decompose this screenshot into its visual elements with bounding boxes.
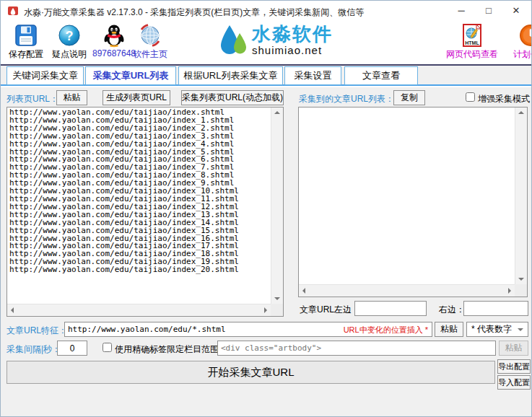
- enhanced-mode-checkbox[interactable]: [466, 92, 475, 102]
- save-config-button[interactable]: 保存配置: [5, 23, 47, 61]
- article-url-pattern-input[interactable]: [64, 322, 432, 337]
- tab-content: 列表页URL： 粘贴 生成列表页URL 采集列表页URL(动态加载) 采集到的文…: [1, 87, 531, 416]
- save-config-label: 保存配置: [5, 48, 47, 61]
- minimize-button[interactable]: ─: [448, 1, 475, 21]
- question-icon: ?: [48, 23, 90, 48]
- precise-tag-input[interactable]: [217, 341, 496, 356]
- scroll-left-icon[interactable]: [11, 307, 14, 313]
- horizontal-scrollbar[interactable]: [299, 284, 515, 297]
- titlebar: 水淼·万能文章采集器 v2.17.3.0 - 采集指定列表页(栏目页)文章，关键…: [1, 1, 531, 21]
- scroll-up-icon[interactable]: [274, 111, 280, 114]
- toolbar: 保存配置 ? 疑点说明: [1, 21, 531, 64]
- tab-collect-by-url-list[interactable]: 根据URL列表采集文章: [178, 66, 283, 85]
- app-window: 水淼·万能文章采集器 v2.17.3.0 - 采集指定列表页(栏目页)文章，关键…: [0, 0, 532, 417]
- tab-article-view[interactable]: 文章查看: [344, 66, 418, 85]
- vertical-scrollbar[interactable]: [515, 107, 527, 284]
- app-icon: [7, 5, 19, 17]
- wildcard-select-value: * 代表数字: [471, 324, 512, 334]
- collected-url-textarea[interactable]: [298, 107, 528, 297]
- article-url-right-label: 右边：: [439, 304, 465, 316]
- collect-interval-label: 采集间隔|秒：: [6, 343, 61, 356]
- maximize-button[interactable]: □: [475, 1, 502, 21]
- article-url-left-input[interactable]: [354, 301, 427, 316]
- help-label: 疑点说明: [48, 48, 90, 61]
- view-page-code-button[interactable]: HTML 网页代码查看: [438, 23, 506, 61]
- close-button[interactable]: ✕: [502, 1, 530, 21]
- article-url-right-input[interactable]: [463, 301, 528, 316]
- chevron-down-icon: [518, 328, 523, 331]
- collected-url-text: [301, 109, 514, 284]
- scroll-left-icon[interactable]: [302, 288, 305, 294]
- tab-keyword-collect[interactable]: 关键词采集文章: [6, 66, 84, 85]
- clock-icon: [507, 23, 531, 48]
- tab-collect-url-list[interactable]: 采集文章URL列表: [85, 66, 176, 85]
- horizontal-scrollbar[interactable]: [7, 304, 271, 316]
- start-collect-button[interactable]: 开始采集文章URL: [6, 361, 495, 384]
- copy-button[interactable]: 复制: [393, 90, 425, 105]
- scroll-right-icon[interactable]: [264, 307, 267, 313]
- collect-list-url-dynamic-button[interactable]: 采集列表页URL(动态加载): [181, 90, 284, 105]
- scrollbar-corner: [271, 304, 283, 316]
- logo-domain: shuimiao.net: [252, 44, 322, 56]
- tag-paste-button[interactable]: 粘贴: [499, 341, 528, 356]
- help-button[interactable]: ? 疑点说明: [48, 23, 90, 61]
- scroll-up-icon[interactable]: [518, 111, 524, 114]
- tab-collect-settings[interactable]: 采集设置: [284, 66, 341, 85]
- vertical-scrollbar[interactable]: [271, 107, 283, 304]
- globe-icon: [129, 23, 171, 48]
- svg-text:HTML: HTML: [465, 40, 479, 45]
- wildcard-select[interactable]: * 代表数字: [466, 322, 528, 337]
- html-doc-icon: HTML: [438, 23, 506, 48]
- list-page-url-text: http://www.yaolan.com/edu/taijiao/index.…: [9, 109, 270, 303]
- scroll-down-icon[interactable]: [274, 297, 280, 300]
- scheduled-task-button[interactable]: 计划任务: [507, 23, 531, 61]
- list-page-url-label: 列表页URL：: [6, 93, 58, 105]
- homepage-button[interactable]: 软件主页: [129, 23, 171, 61]
- homepage-label: 软件主页: [129, 48, 171, 61]
- collect-interval-input[interactable]: [57, 341, 87, 356]
- view-page-code-label: 网页代码查看: [438, 48, 506, 61]
- article-url-left-label: 文章URL左边：: [300, 304, 360, 316]
- list-page-url-textarea[interactable]: http://www.yaolan.com/edu/taijiao/index.…: [6, 107, 284, 317]
- list-url-paste-button[interactable]: 粘贴: [56, 90, 87, 105]
- pattern-paste-button[interactable]: 粘贴: [435, 322, 463, 337]
- precise-tag-checkbox[interactable]: [103, 343, 112, 352]
- precise-tag-label: 使用精确标签限定栏目范围：: [115, 343, 227, 356]
- tab-bar: 关键词采集文章 采集文章URL列表 根据URL列表采集文章 采集设置 文章查看: [1, 66, 531, 86]
- logo-name: 水淼软件: [252, 23, 333, 45]
- svg-text:?: ?: [66, 29, 74, 43]
- collected-url-list-label: 采集到的文章URL列表：: [299, 93, 394, 105]
- floppy-disk-icon: [5, 23, 47, 48]
- scheduled-task-label: 计划任务: [507, 48, 531, 61]
- article-url-pattern-label: 文章URL特征：: [6, 325, 67, 337]
- scroll-right-icon[interactable]: [508, 288, 511, 294]
- window-controls: ─ □ ✕: [448, 1, 530, 21]
- scrollbar-corner: [515, 284, 527, 297]
- import-config-button[interactable]: 导入配置: [497, 375, 531, 390]
- enhanced-mode-label: 增强采集模式: [478, 93, 530, 105]
- export-config-button[interactable]: 导出配置: [497, 359, 531, 374]
- window-title: 水淼·万能文章采集器 v2.17.3.0 - 采集指定列表页(栏目页)文章，关键…: [24, 6, 364, 19]
- water-drop-icon: [219, 24, 248, 61]
- scroll-down-icon[interactable]: [518, 278, 524, 281]
- shuimiao-logo: 水淼软件 shuimiao.net: [219, 24, 341, 61]
- generate-list-url-button[interactable]: 生成列表页URL: [103, 90, 170, 105]
